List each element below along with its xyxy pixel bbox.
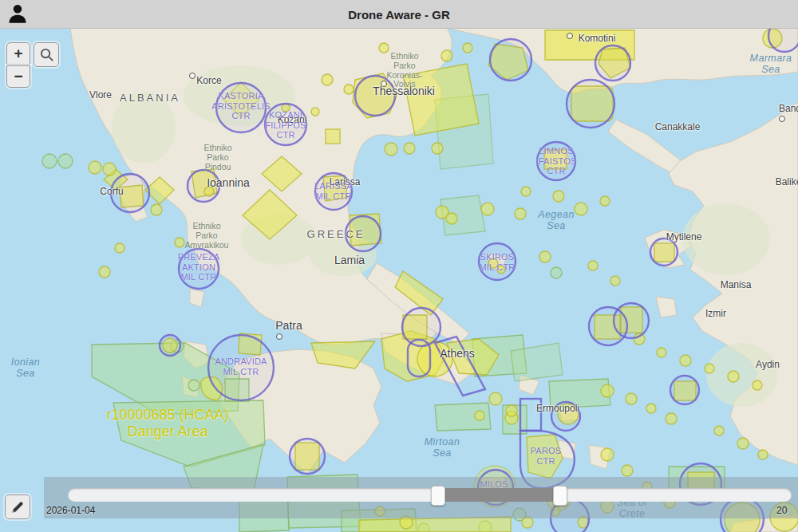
map[interactable]: Korce Vlore ALBANIA Thessaloniki Komotin…: [0, 0, 798, 532]
town-marker-bandirma: [779, 116, 785, 122]
timeline-handle-end[interactable]: [553, 486, 567, 506]
map-canvas[interactable]: [0, 0, 798, 532]
timeline-panel: 2026-01-04 20: [44, 477, 798, 518]
timeline-selected-range[interactable]: [437, 488, 559, 502]
town-marker-komotini: [567, 33, 573, 39]
timeline-slider-track[interactable]: [68, 488, 792, 502]
header-bar: Drone Aware - GR: [0, 0, 798, 29]
zoom-in-button[interactable]: +: [6, 42, 30, 65]
app-title: Drone Aware - GR: [348, 7, 450, 21]
edit-draw-button[interactable]: [5, 495, 30, 519]
user-account-icon[interactable]: [6, 2, 29, 25]
zoom-out-button[interactable]: −: [6, 65, 30, 88]
town-marker-patra: [276, 333, 282, 340]
pencil-icon: [10, 500, 25, 514]
drone-aware-app: { "header": { "title": "Drone Aware - GR…: [0, 0, 798, 532]
town-marker-korce: [189, 73, 196, 79]
park-marker-koronias: [381, 81, 387, 87]
timeline-start-date: 2026-01-04: [46, 505, 95, 516]
timeline-handle-start[interactable]: [431, 486, 445, 506]
magnifier-icon: [39, 47, 54, 62]
search-button[interactable]: [34, 42, 59, 67]
timeline-end-date: 20: [776, 505, 787, 516]
